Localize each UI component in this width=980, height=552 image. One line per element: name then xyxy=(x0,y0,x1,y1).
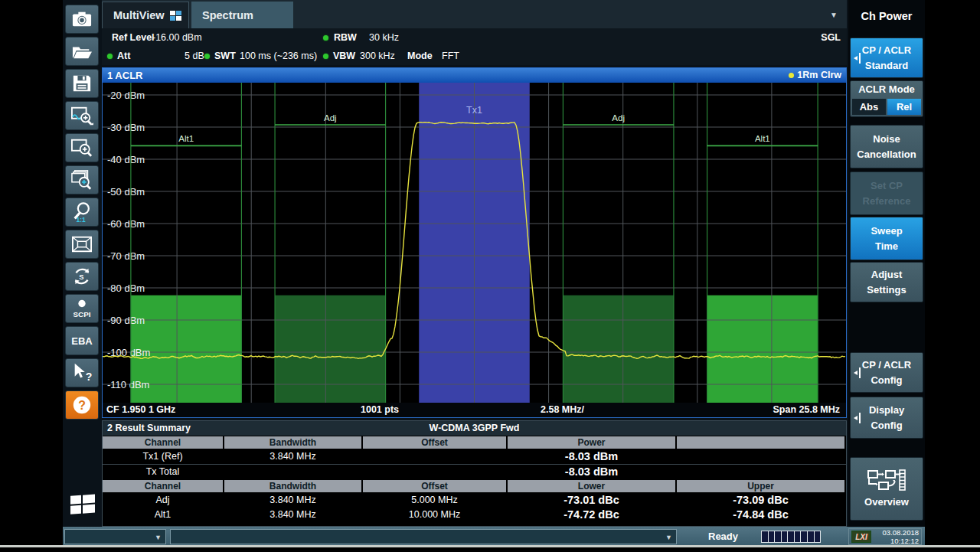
aclr-mode-rel[interactable]: Rel xyxy=(887,99,921,115)
softkey-menu-title: Ch Power xyxy=(848,5,925,28)
rbw-value[interactable]: 30 kHz xyxy=(369,32,399,43)
softkey-cp-aclr-config[interactable]: CP / ACLR Config xyxy=(850,352,923,393)
sweep-progress-bar xyxy=(761,531,821,543)
settings-row-2: Att 5 dB SWT 100 ms (~236 ms) VBW 300 kH… xyxy=(102,47,847,65)
scpi-icon: SCPI xyxy=(70,298,94,319)
left-toolbar: 1:1 S xyxy=(63,0,102,527)
rbw-label[interactable]: RBW xyxy=(334,32,357,43)
softkey-noise-cancellation[interactable]: Noise Cancellation xyxy=(850,125,923,168)
att-label[interactable]: Att xyxy=(117,51,130,61)
help-icon: ? xyxy=(70,394,93,416)
expand-left-icon xyxy=(854,367,861,378)
context-help-button[interactable]: ? xyxy=(65,358,99,387)
display-frame-button[interactable] xyxy=(65,230,99,259)
measurement-standard: W-CDMA 3GPP Fwd xyxy=(430,421,520,436)
vbw-value[interactable]: 300 kHz xyxy=(360,51,395,61)
vbw-label[interactable]: VBW xyxy=(333,51,355,61)
col-header: Power xyxy=(508,436,675,449)
instrument-screenshot: 1:1 S xyxy=(0,0,980,552)
svg-text:?: ? xyxy=(86,371,93,383)
aclr-mode-toggle: Abs Rel xyxy=(852,99,921,115)
swt-value[interactable]: 100 ms (~236 ms) xyxy=(240,51,317,61)
scpi-recorder-button[interactable]: SCPI xyxy=(65,294,99,323)
status-dropdown-wide[interactable]: ▼ xyxy=(170,529,677,544)
zoom-area-icon xyxy=(70,137,94,158)
mode-value[interactable]: FFT xyxy=(442,51,459,61)
status-ready-label: Ready xyxy=(708,527,738,547)
softkey-cp-aclr-standard[interactable]: CP / ACLR Standard xyxy=(850,38,923,78)
zoom-area-button[interactable] xyxy=(65,133,99,162)
channel-label: Adj xyxy=(324,113,337,122)
datetime-panel[interactable]: LXI 03.08.2018 10:12:12 xyxy=(848,528,922,545)
tabbar-dropdown-icon[interactable]: ▼ xyxy=(830,11,838,19)
softkey-sweep-time[interactable]: Sweep Time xyxy=(850,217,923,260)
windows-start-button[interactable] xyxy=(68,490,97,516)
mode-label[interactable]: Mode xyxy=(407,51,433,61)
lxi-logo-icon: LXI xyxy=(851,531,871,543)
trace1-color-dot-icon xyxy=(789,73,794,78)
zoom-graph-icon xyxy=(70,105,94,126)
acp-table-header: Channel Bandwidth Offset Lower Upper xyxy=(103,480,846,492)
aclr-plot: -20 dBm-30 dBm-40 dBm-50 dBm-60 dBm-70 d… xyxy=(103,83,846,403)
pointer-help-icon: ? xyxy=(70,362,93,384)
continuous-sweep-button[interactable]: S xyxy=(65,262,99,291)
help-button[interactable]: ? xyxy=(65,390,99,420)
softkey-set-cp-reference[interactable]: Set CP Reference xyxy=(850,171,923,215)
open-file-button[interactable] xyxy=(65,37,99,66)
y-axis-tick-label: -70 dBm xyxy=(107,250,145,262)
channel-label: Alt1 xyxy=(178,134,194,143)
open-folder-icon xyxy=(70,41,93,61)
ref-level-value[interactable]: -16.00 dBm xyxy=(152,32,202,43)
result-summary-title: 2 Result Summary xyxy=(107,421,191,436)
y-axis-tick-label: -30 dBm xyxy=(107,122,145,133)
save-button[interactable] xyxy=(65,69,99,98)
channel-label: Alt1 xyxy=(755,134,770,143)
single-sweep-indicator: SGL xyxy=(821,32,841,43)
main-area: MultiView Spectrum ▼ Ref Level -16.00 dB… xyxy=(102,0,847,527)
tab-spectrum[interactable]: Spectrum xyxy=(191,2,293,28)
y-axis-tick-label: -50 dBm xyxy=(107,186,145,198)
eba-button[interactable]: EBA xyxy=(65,326,99,355)
trace-legend[interactable]: 1Rm Clrw xyxy=(789,68,841,83)
spectrum-plot-area[interactable]: -20 dBm-30 dBm-40 dBm-50 dBm-60 dBm-70 d… xyxy=(103,83,846,403)
aclr-window-title: 1 ACLR xyxy=(107,68,142,83)
zoom-1to1-icon: 1:1 xyxy=(70,201,93,223)
softkey-adjust-settings[interactable]: Adjust Settings xyxy=(850,262,923,302)
col-header: Lower xyxy=(508,480,675,492)
span-readout[interactable]: Span 25.8 MHz xyxy=(773,403,840,417)
softkey-display-config[interactable]: Display Config xyxy=(850,397,923,439)
vbw-led-icon xyxy=(323,54,328,59)
zoom-off-button[interactable]: 1:1 xyxy=(65,198,99,227)
date-time: 03.08.2018 10:12:12 xyxy=(874,528,919,545)
frame-icon xyxy=(70,234,93,254)
graphical-zoom-button[interactable] xyxy=(65,101,99,130)
save-floppy-icon xyxy=(71,73,93,93)
col-header xyxy=(677,436,844,449)
ref-level-label[interactable]: Ref Level xyxy=(112,32,155,43)
swt-label[interactable]: SWT xyxy=(214,51,236,61)
softkey-overview[interactable]: Overview xyxy=(850,457,923,521)
per-division-readout[interactable]: 2.58 MHz/ xyxy=(541,403,584,417)
svg-text:?: ? xyxy=(78,399,86,412)
screenshot-button[interactable] xyxy=(65,5,99,34)
multiview-grid-icon xyxy=(170,11,181,21)
softkey-aclr-mode[interactable]: ACLR Mode Abs Rel xyxy=(850,80,923,117)
channel-bar-alt1 xyxy=(707,296,818,403)
multiple-zoom-button[interactable] xyxy=(65,165,99,194)
col-header: Channel xyxy=(103,480,223,492)
att-value[interactable]: 5 dB xyxy=(185,51,204,61)
tab-multiview[interactable]: MultiView xyxy=(102,2,189,28)
center-frequency-readout[interactable]: CF 1.950 1 GHz xyxy=(106,403,175,417)
y-axis-tick-label: -90 dBm xyxy=(107,315,145,326)
col-header: Channel xyxy=(103,436,223,449)
windows-logo-icon xyxy=(68,490,97,516)
sweep-points-readout[interactable]: 1001 pts xyxy=(361,403,399,417)
status-dropdown-small[interactable]: ▼ xyxy=(64,529,166,544)
col-header: Offset xyxy=(363,436,506,449)
table-row: Tx1 (Ref) 3.840 MHz -8.03 dBm xyxy=(103,449,846,464)
status-bar: ▼ ▼ Ready LXI 03.08.2018 10:12:12 xyxy=(63,527,925,547)
tx-table-header: Channel Bandwidth Offset Power xyxy=(103,436,846,449)
aclr-mode-abs[interactable]: Abs xyxy=(852,99,886,115)
channel-bar-adj xyxy=(275,296,386,403)
result-summary-window: 2 Result Summary W-CDMA 3GPP Fwd Channel… xyxy=(102,420,847,527)
